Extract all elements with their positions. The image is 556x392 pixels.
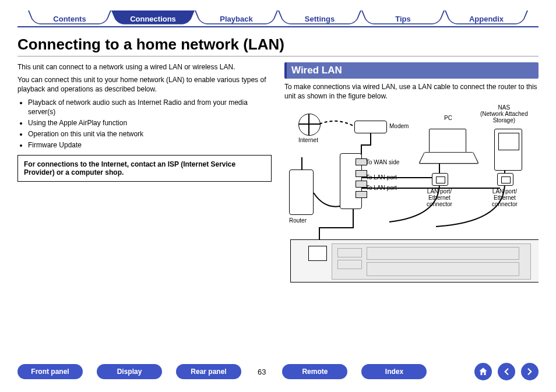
front-panel-button[interactable]: Front panel <box>17 364 83 379</box>
wired-lan-diagram: Internet Modem Router To WAN side To LAN… <box>284 105 539 292</box>
arrow-left-icon[interactable] <box>498 363 515 380</box>
label-lanport-nas: LAN port/ Ethernet connector <box>492 188 518 207</box>
modem-device <box>354 121 387 133</box>
unit-back-panel <box>290 239 539 282</box>
remote-button[interactable]: Remote <box>282 364 347 379</box>
label-internet: Internet <box>298 137 318 143</box>
list-item: Using the Apple AirPlay function <box>28 118 272 128</box>
router-device <box>289 169 314 215</box>
nas-device <box>494 129 522 171</box>
nas-lan-port <box>497 173 513 186</box>
page-number: 63 <box>258 368 266 376</box>
isp-note-box: For connections to the Internet, contact… <box>17 155 272 182</box>
index-button[interactable]: Index <box>361 364 427 379</box>
arrow-right-icon[interactable] <box>521 363 539 380</box>
intro-paragraph-1: This unit can connect to a network using… <box>17 62 272 72</box>
column-right: Wired LAN To make connections via wired … <box>284 62 539 292</box>
content-columns: This unit can connect to a network using… <box>17 62 539 292</box>
label-pc: PC <box>444 115 452 121</box>
nav-icons <box>474 363 539 380</box>
feature-list: Playback of network audio such as Intern… <box>28 98 272 150</box>
home-icon[interactable] <box>474 363 492 380</box>
label-to-wan: To WAN side <box>366 159 399 165</box>
label-to-lan-1: To LAN port <box>366 174 397 181</box>
tab-settings[interactable]: Settings <box>278 10 361 27</box>
list-item: Playback of network audio such as Intern… <box>28 98 272 116</box>
label-to-lan-2: To LAN port <box>366 185 397 191</box>
column-left: This unit can connect to a network using… <box>17 62 272 292</box>
wired-lan-heading: Wired LAN <box>284 62 539 79</box>
list-item: Operation on this unit via the network <box>28 129 272 139</box>
tab-playback[interactable]: Playback <box>195 10 278 27</box>
tab-connections[interactable]: Connections <box>111 10 195 27</box>
pc-device <box>424 129 472 164</box>
intro-paragraph-2: You can connect this unit to your home n… <box>17 75 272 94</box>
bottom-bar: Front panel Display Rear panel 63 Remote… <box>17 363 539 380</box>
display-button[interactable]: Display <box>97 364 162 379</box>
page-title: Connecting to a home network (LAN) <box>17 36 539 56</box>
label-lanport-pc: LAN port/ Ethernet connector <box>427 188 452 207</box>
label-modem: Modem <box>389 123 409 129</box>
tab-tips[interactable]: Tips <box>361 10 445 27</box>
label-nas: NAS (Network Attached Storage) <box>480 104 528 123</box>
list-item: Firmware Update <box>28 140 272 150</box>
switch-device <box>340 153 362 209</box>
tab-appendix[interactable]: Appendix <box>445 10 528 27</box>
rear-panel-button[interactable]: Rear panel <box>176 364 241 379</box>
label-router: Router <box>289 217 307 224</box>
wired-lan-intro: To make connections via wired LAN, use a… <box>284 82 539 101</box>
tab-contents[interactable]: Contents <box>28 10 111 27</box>
pc-lan-port <box>432 173 448 186</box>
top-tabs: Contents Connections Playback Settings T… <box>28 10 528 27</box>
